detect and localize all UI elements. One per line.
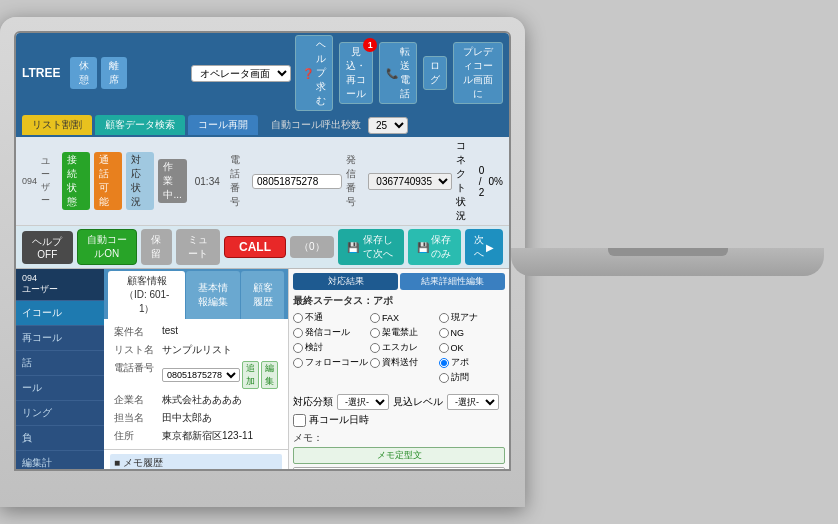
radio-blank2: [370, 371, 437, 384]
last-status: 最終ステータス：アポ: [293, 294, 505, 308]
phone-select[interactable]: 08051875278: [162, 368, 240, 382]
mute-btn[interactable]: ミュート: [176, 229, 220, 265]
recall-check-label: 再コール日時: [309, 413, 369, 427]
phone-value: 08051875278 追加 編集: [158, 359, 282, 391]
transfer-btn[interactable]: 📞 転送電話: [379, 42, 417, 104]
memo-template-btn[interactable]: メモ定型文: [293, 447, 505, 464]
level-select[interactable]: -選択-: [447, 394, 499, 410]
customer-history-tab[interactable]: 顧客履歴: [241, 271, 284, 319]
customer-search-btn[interactable]: 顧客データ検索: [95, 115, 185, 135]
result-type-label: 対応分類: [293, 395, 333, 409]
right-panel: 対応結果 結果詳細性編集 最終ステータス：アポ 不通 FAX 現アナ 発信コール…: [289, 269, 509, 469]
sidebar-item-talk[interactable]: 話: [16, 351, 104, 376]
result-type-select[interactable]: -選択-: [337, 394, 389, 410]
radio-houmon[interactable]: 訪問: [439, 371, 506, 384]
top-bar-right: ❓ ヘルプ求む 見込・再コール 1 📞 転送電話 ログ プレディコール画: [295, 35, 503, 111]
radio-esca[interactable]: エスカレ: [370, 341, 437, 354]
help-request-btn[interactable]: ❓ ヘルプ求む: [295, 35, 333, 111]
list-nav-btn[interactable]: リスト割割: [22, 115, 92, 135]
result-section: 最終ステータス：アポ 不通 FAX 現アナ 発信コール 架電禁止 NG 検討 エ…: [293, 294, 505, 384]
preview-btn[interactable]: プレディコール画面に: [453, 42, 503, 104]
sidebar: 094 ユーザー イコール 再コール 話 ール リング 負 編集計: [16, 269, 104, 469]
customer-table: 案件名 test リスト名 サンプルリスト 電話番号: [104, 319, 288, 450]
radio-shiryo[interactable]: 資料送付: [370, 356, 437, 369]
basic-info-tab[interactable]: 基本情報編集: [186, 271, 240, 319]
user-label: ユーザー: [41, 155, 57, 207]
help-off-btn[interactable]: ヘルプOFF: [22, 231, 73, 264]
address-label: 住所: [110, 427, 158, 445]
call-restart-btn[interactable]: コール再開: [188, 115, 258, 135]
radio-ban[interactable]: 架電禁止: [370, 326, 437, 339]
contact-value: 田中太郎あ: [158, 409, 282, 427]
next-btn[interactable]: 次へ ▶: [465, 229, 503, 265]
edit-phone-btn[interactable]: 編集: [261, 361, 278, 389]
main-content: 094 ユーザー イコール 再コール 話 ール リング 負 編集計: [16, 269, 509, 469]
break-btn[interactable]: 休憩: [70, 57, 96, 89]
memo-title: ■ メモ履歴: [110, 454, 282, 469]
sidebar-item-ring[interactable]: リング: [16, 401, 104, 426]
connection-status: 接続状態: [62, 152, 90, 210]
recall-checkbox[interactable]: [293, 414, 306, 427]
response-status: 対応状況: [126, 152, 154, 210]
sidebar-item-recall2[interactable]: 再コール: [16, 326, 104, 351]
connect-pct: 0%: [489, 176, 503, 187]
sidebar-top: 094 ユーザー: [16, 269, 104, 301]
phone-badge: 08051875278 追加 編集: [162, 361, 278, 389]
recall-wrapper: 見込・再コール 1: [339, 42, 373, 104]
save-icon: 💾: [347, 242, 359, 253]
radio-apo[interactable]: アポ: [439, 356, 506, 369]
add-phone-btn[interactable]: 追加: [242, 361, 259, 389]
phone-input[interactable]: [252, 174, 342, 189]
sidebar-item-debt[interactable]: 負: [16, 426, 104, 451]
table-row: 住所 東京都新宿区123-11: [110, 427, 282, 445]
sidebar-user-label: 094: [22, 273, 37, 283]
customer-info-tab[interactable]: 顧客情報（ID: 601-1）: [108, 271, 185, 319]
info-tabs: 顧客情報（ID: 601-1） 基本情報編集 顧客履歴: [104, 269, 288, 319]
sidebar-item-call[interactable]: ール: [16, 376, 104, 401]
radio-follow[interactable]: フォローコール: [293, 356, 368, 369]
company-label: 企業名: [110, 391, 158, 409]
save-next-btn[interactable]: 💾 保存して次へ: [338, 229, 404, 265]
phone-icon: 📞: [386, 68, 398, 79]
caller-label: 発信番号: [346, 153, 364, 209]
sidebar-item-recall1[interactable]: イコール: [16, 301, 104, 326]
center-panel: 顧客情報（ID: 601-1） 基本情報編集 顧客履歴 案件名 test: [104, 269, 289, 469]
sidebar-item-edit[interactable]: 編集計: [16, 451, 104, 469]
level-label: 見込レベル: [393, 395, 443, 409]
hold-btn[interactable]: 保留: [141, 229, 172, 265]
connect-label: コネクト状況: [456, 139, 474, 223]
user-id: 094: [22, 176, 37, 186]
radio-ana[interactable]: 現アナ: [439, 311, 506, 324]
contact-label: 担当名: [110, 409, 158, 427]
table-row: リスト名 サンプルリスト: [110, 341, 282, 359]
connect-status: コネクト状況 0 / 2 0%: [456, 139, 503, 223]
memo-textarea[interactable]: テストテストテストテスト テストテストテストテスト テストテストテストテスト: [293, 467, 505, 469]
recall-badge: 1: [363, 38, 377, 52]
call-count-select[interactable]: 25: [368, 117, 408, 134]
phone-label: 電話番号: [110, 359, 158, 391]
phone-label: 電話番号: [230, 153, 248, 209]
radio-ng[interactable]: NG: [439, 326, 506, 339]
caller-select[interactable]: 0367740935: [368, 173, 452, 190]
talk-status: 通話可能: [94, 152, 122, 210]
call-count-label: 自動コール呼出秒数: [271, 118, 361, 132]
save-only-btn[interactable]: 💾 保存のみ: [408, 229, 461, 265]
call-btn[interactable]: CALL: [224, 236, 286, 258]
auto-call-btn[interactable]: 自動コールON: [77, 229, 137, 265]
table-row: 電話番号 08051875278 追加 編集: [110, 359, 282, 391]
log-btn[interactable]: ログ: [423, 56, 447, 90]
action-bar: ヘルプOFF 自動コールON 保留 ミュート CALL （0） 💾 保存して次へ…: [16, 226, 509, 269]
radio-recall[interactable]: 発信コール: [293, 326, 368, 339]
radio-futs[interactable]: 不通: [293, 311, 368, 324]
radio-ok[interactable]: OK: [439, 341, 506, 354]
result-type-row: 対応分類 -選択- 見込レベル -選択-: [293, 394, 505, 410]
help-icon: ❓: [302, 68, 314, 79]
blank-btn[interactable]: （0）: [290, 236, 334, 258]
away-btn[interactable]: 離席: [101, 57, 127, 89]
screen-select[interactable]: オペレータ画面: [191, 65, 291, 82]
radio-kento[interactable]: 検討: [293, 341, 368, 354]
radio-fax[interactable]: FAX: [370, 311, 437, 324]
table-row: 企業名 株式会社ああああ: [110, 391, 282, 409]
result-detail-tab[interactable]: 結果詳細性編集: [400, 273, 505, 290]
result-tab[interactable]: 対応結果: [293, 273, 398, 290]
